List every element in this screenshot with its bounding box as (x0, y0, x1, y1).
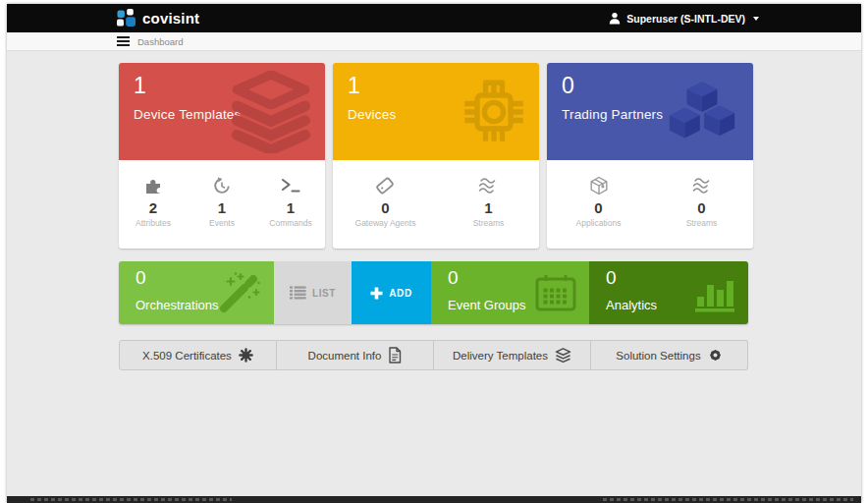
dashboard-content: 1 Device Templates (7, 51, 861, 370)
box-icon (589, 176, 609, 196)
tp-streams-stat[interactable]: 0 Streams (674, 176, 731, 249)
gear-icon (708, 348, 723, 363)
covisint-logo-icon (117, 9, 136, 28)
top-header: covisint Superuser (S-INTL-DEV) (7, 4, 861, 32)
document-info-button[interactable]: Document Info (277, 340, 434, 370)
x509-certificates-label: X.509 Certificates (142, 350, 232, 362)
layers-icon (229, 71, 313, 153)
gateway-agents-stat[interactable]: 0 Gateway Agents (355, 176, 416, 249)
wand-icon (216, 270, 261, 315)
analytics-count: 0 (606, 267, 617, 289)
plus-icon (370, 287, 383, 300)
document-info-label: Document Info (308, 350, 382, 362)
stack-icon (555, 348, 571, 363)
waves-icon (477, 177, 499, 195)
devices-streams-stat[interactable]: 1 Streams (460, 176, 516, 249)
gateway-agents-label: Gateway Agents (355, 218, 416, 228)
waves-icon (691, 177, 713, 195)
footer-text-right (603, 498, 853, 501)
devices-streams-count: 1 (460, 199, 516, 216)
menu-icon[interactable] (117, 36, 130, 46)
footer-text-left (30, 498, 232, 501)
attributes-stat[interactable]: 2 Attributes (125, 176, 182, 249)
trading-partners-header: 0 Trading Partners (547, 63, 753, 160)
list-icon (290, 286, 306, 300)
action-tiles-row: 0 Orchestrations (119, 261, 748, 324)
commands-count: 1 (262, 199, 319, 216)
link-buttons-row: X.509 Certificates D (119, 340, 748, 370)
summary-cards-row: 1 Device Templates (119, 63, 861, 249)
logo-text: covisint (142, 10, 199, 27)
breadcrumb: Dashboard (137, 36, 183, 47)
device-templates-stats: 2 Attributes 1 Events (119, 160, 325, 249)
gateway-agents-count: 0 (355, 199, 416, 216)
event-groups-count: 0 (448, 267, 459, 289)
analytics-label: Analytics (606, 298, 657, 312)
events-count: 1 (193, 199, 250, 216)
list-label: LIST (312, 288, 336, 299)
events-label: Events (193, 218, 250, 228)
trading-partners-stats: 0 Applications (547, 160, 753, 249)
applications-label: Applications (570, 218, 627, 228)
add-label: ADD (389, 288, 411, 299)
cubes-icon (663, 82, 741, 142)
bar-chart-icon (694, 273, 735, 312)
tp-streams-count: 0 (674, 199, 731, 216)
orchestrations-count: 0 (136, 267, 146, 289)
user-icon (609, 12, 621, 25)
event-groups-label: Event Groups (448, 298, 526, 312)
footer-bar (7, 496, 861, 503)
device-templates-header: 1 Device Templates (119, 63, 325, 160)
solution-settings-label: Solution Settings (616, 350, 700, 362)
trading-partners-card[interactable]: 0 Trading Partners (547, 63, 753, 249)
covisint-logo[interactable]: covisint (117, 9, 199, 28)
commands-stat[interactable]: 1 Commands (262, 176, 319, 249)
puzzle-icon (143, 176, 163, 196)
tag-icon (373, 176, 397, 196)
history-icon (212, 176, 232, 196)
subnav: Dashboard (7, 32, 861, 51)
terminal-icon (281, 177, 300, 194)
applications-count: 0 (570, 199, 627, 216)
device-templates-card[interactable]: 1 Device Templates (119, 63, 325, 249)
events-stat[interactable]: 1 Events (193, 176, 250, 249)
x509-certificates-button[interactable]: X.509 Certificates (119, 340, 277, 370)
devices-header: 1 Devices (333, 63, 539, 160)
calendar-icon (535, 274, 576, 312)
orchestrations-tile[interactable]: 0 Orchestrations (119, 261, 274, 324)
analytics-tile[interactable]: 0 Analytics (589, 261, 748, 324)
user-label: Superuser (S-INTL-DEV) (626, 13, 745, 25)
document-icon (388, 347, 402, 363)
delivery-templates-button[interactable]: Delivery Templates (434, 340, 591, 370)
attributes-label: Attributes (125, 218, 182, 228)
commands-label: Commands (262, 218, 319, 228)
chip-icon (461, 79, 527, 145)
list-button[interactable]: LIST (274, 261, 352, 324)
chevron-down-icon (753, 17, 759, 21)
devices-streams-label: Streams (460, 218, 516, 228)
add-button[interactable]: ADD (352, 261, 431, 324)
delivery-templates-label: Delivery Templates (453, 350, 548, 362)
attributes-count: 2 (125, 199, 182, 216)
seal-icon (239, 348, 253, 363)
devices-stats: 0 Gateway Agents (333, 160, 539, 249)
devices-card[interactable]: 1 Devices (333, 63, 539, 249)
orchestrations-label: Orchestrations (136, 298, 219, 312)
applications-stat[interactable]: 0 Applications (570, 176, 627, 249)
event-groups-tile[interactable]: 0 Event Groups (431, 261, 589, 324)
user-menu[interactable]: Superuser (S-INTL-DEV) (609, 12, 759, 25)
app-frame: covisint Superuser (S-INTL-DEV) Dashboar… (7, 4, 861, 503)
tp-streams-label: Streams (674, 218, 731, 228)
solution-settings-button[interactable]: Solution Settings (591, 340, 748, 370)
